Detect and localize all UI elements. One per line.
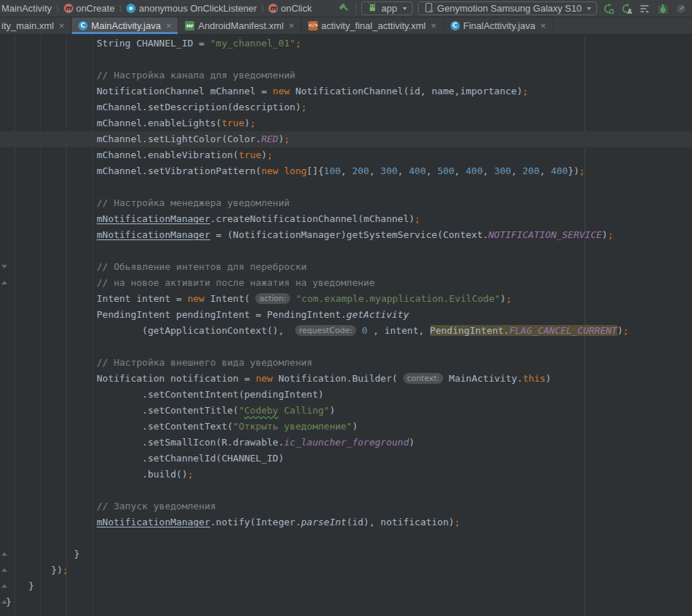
run-configurations-icon[interactable] — [638, 2, 651, 15]
code-line[interactable]: mChannel.enableLights(true); — [0, 115, 692, 131]
tab-label: MainActivity.java — [91, 20, 161, 31]
toolbar-divider — [355, 3, 356, 15]
breadcrumb-label: MainActivity — [1, 3, 52, 14]
apply-code-changes-icon[interactable]: A — [620, 2, 633, 15]
breadcrumb-item[interactable]: anonymous OnClickListener — [126, 3, 257, 14]
build-hammer-icon[interactable] — [337, 2, 350, 15]
run-config-label: app — [382, 3, 398, 14]
breadcrumb-separator-icon: ⟩ — [118, 4, 123, 13]
device-label: Genymotion Samsung Galaxy S10 — [437, 3, 582, 14]
code-line[interactable]: String CHANNEL_ID = "my_channel_01"; — [0, 36, 692, 52]
code-line[interactable]: mChannel.setLightColor(Color.RED); — [0, 131, 692, 147]
code-line[interactable]: mNotificationManager.createNotificationC… — [0, 211, 692, 227]
code-line[interactable]: Intent intent = new Intent( action: "com… — [0, 291, 692, 307]
manifest-file-icon: MF — [185, 21, 194, 30]
code-line[interactable]: .build(); — [0, 467, 692, 482]
fold-marker-icon[interactable] — [1, 568, 7, 572]
breadcrumb: MainActivity⟩monCreate⟩anonymous OnClick… — [1, 3, 312, 14]
tab-label: activity_final_acttivity.xml — [321, 20, 426, 31]
code-line[interactable] — [0, 243, 692, 259]
chevron-down-icon — [587, 7, 591, 10]
code-editor[interactable]: String CHANNEL_ID = "my_channel_01"; // … — [0, 35, 692, 616]
xml-file-icon: </> — [308, 21, 318, 30]
code-line[interactable]: mChannel.setVibrationPattern(new long[]{… — [0, 163, 692, 179]
breadcrumb-label: onClick — [281, 3, 312, 14]
fold-marker-icon[interactable] — [1, 600, 7, 604]
tab-close-icon[interactable]: × — [59, 21, 65, 30]
editor-tab[interactable]: CFinalActtivity.java× — [444, 17, 553, 34]
code-line[interactable]: mChannel.setDescription(description); — [0, 99, 692, 115]
code-line[interactable]: } — [0, 578, 692, 594]
tab-label: FinalActtivity.java — [464, 20, 535, 31]
editor-tab[interactable]: CMainActivity.java× — [72, 17, 178, 34]
code-line[interactable]: // Запуск уведомления — [0, 498, 692, 514]
code-line[interactable] — [0, 179, 692, 195]
main-toolbar: MainActivity⟩monCreate⟩anonymous OnClick… — [0, 0, 692, 17]
parameter-hint: context: — [403, 373, 443, 384]
tab-close-icon[interactable]: × — [289, 21, 294, 30]
code-line[interactable]: NotificationChannel mChannel = new Notif… — [0, 83, 692, 99]
tab-close-icon[interactable]: × — [540, 21, 546, 30]
run-toolbar: app Genymotion Samsung Galaxy S10 — [337, 1, 688, 15]
editor-tab[interactable]: </>activity_final_acttivity.xml× — [302, 17, 444, 34]
debug-icon[interactable] — [656, 2, 670, 15]
code-line[interactable]: } — [0, 546, 692, 562]
tab-close-icon[interactable]: × — [431, 21, 437, 30]
parameter-hint: requestCode: — [295, 325, 356, 336]
tab-label: ity_main.xml — [1, 20, 54, 31]
method-icon: m — [268, 4, 278, 13]
code-line[interactable]: }); — [0, 562, 692, 578]
fold-marker-icon[interactable] — [1, 265, 7, 268]
device-phone-icon — [424, 2, 434, 15]
code-line[interactable]: // на новое активити после нажатия на ув… — [0, 275, 692, 291]
editor-tab[interactable]: ity_main.xml× — [0, 17, 72, 34]
breadcrumb-separator-icon: ⟩ — [55, 4, 59, 13]
fold-marker-icon[interactable] — [1, 281, 7, 284]
profiler-icon[interactable] — [675, 2, 688, 15]
breadcrumb-item[interactable]: monCreate — [64, 3, 115, 14]
code-line[interactable]: PendingIntent pendingIntent = PendingInt… — [0, 307, 692, 323]
rerun-icon[interactable] — [602, 2, 615, 15]
fold-marker-icon[interactable] — [1, 552, 7, 556]
tab-close-icon[interactable]: × — [166, 21, 172, 30]
breadcrumb-label: anonymous OnClickListener — [139, 3, 257, 14]
breadcrumb-item[interactable]: MainActivity — [1, 3, 52, 14]
breadcrumb-separator-icon: ⟩ — [260, 4, 265, 13]
device-select[interactable]: Genymotion Samsung Galaxy S10 — [418, 1, 597, 15]
method-icon: m — [64, 4, 73, 13]
code-line[interactable]: .setChannelId(CHANNEL_ID) — [0, 451, 692, 467]
code-line[interactable]: .setContentTitle("Codeby Calling") — [0, 403, 692, 419]
code-line[interactable]: mNotificationManager = (NotificationMana… — [0, 227, 692, 243]
tab-label: AndroidManifest.xml — [198, 20, 284, 31]
code-line[interactable]: // Настройка менеджера уведомлений — [0, 195, 692, 211]
fold-marker-icon[interactable] — [1, 584, 7, 588]
svg-text:A: A — [627, 9, 633, 15]
editor-tab[interactable]: MFAndroidManifest.xml× — [178, 17, 301, 34]
run-config-select[interactable]: app — [361, 1, 413, 15]
code-area[interactable]: String CHANNEL_ID = "my_channel_01"; // … — [0, 36, 692, 610]
code-line[interactable]: .setContentIntent(pendingIntent) — [0, 387, 692, 403]
code-line[interactable]: Notification notification = new Notifica… — [0, 371, 692, 387]
breadcrumb-item[interactable]: monClick — [268, 3, 312, 14]
code-line[interactable] — [0, 339, 692, 355]
code-line[interactable]: mNotificationManager.notify(Integer.pars… — [0, 514, 692, 530]
code-line[interactable] — [0, 530, 692, 546]
class-file-icon: C — [78, 21, 88, 30]
chevron-down-icon — [403, 7, 407, 10]
code-line[interactable] — [0, 52, 692, 67]
code-line[interactable]: mChannel.enableVibration(true); — [0, 147, 692, 163]
code-line[interactable] — [0, 482, 692, 498]
code-line[interactable]: (getApplicationContext(), requestCode: 0… — [0, 323, 692, 339]
code-line[interactable]: // Настройка внешнего вида уведомления — [0, 355, 692, 371]
code-line[interactable]: // Настройка канала для уведомлений — [0, 67, 692, 83]
code-line[interactable]: } — [0, 594, 692, 610]
code-line[interactable]: .setContentText("Открыть уведомление") — [0, 419, 692, 435]
breadcrumb-label: onCreate — [76, 3, 115, 14]
code-line[interactable]: .setSmallIcon(R.drawable.ic_launcher_for… — [0, 435, 692, 451]
editor-tabs: ity_main.xml×CMainActivity.java×MFAndroi… — [0, 17, 692, 35]
class-file-icon: C — [450, 21, 460, 30]
android-icon — [367, 2, 378, 15]
parameter-hint: action: — [255, 293, 290, 304]
code-line[interactable]: // Обьявление интентов для переброски — [0, 259, 692, 275]
anonymous-class-icon — [126, 4, 136, 13]
